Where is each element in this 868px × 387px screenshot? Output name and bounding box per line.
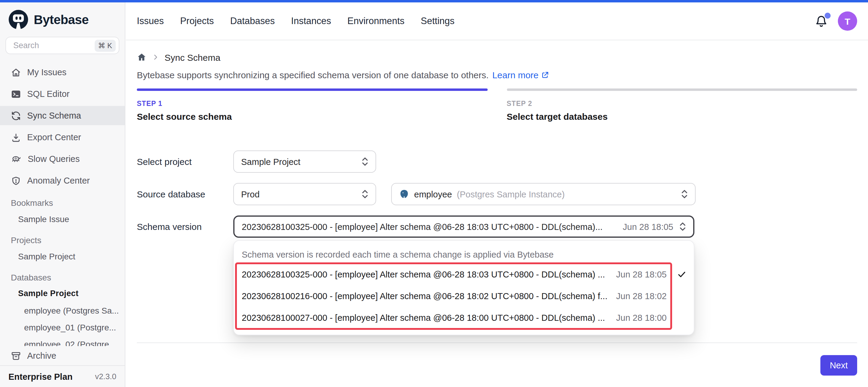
terminal-icon xyxy=(11,89,21,99)
section-title-databases: Databases xyxy=(0,270,125,285)
archive-icon xyxy=(11,351,21,361)
notification-bell-button[interactable] xyxy=(815,15,828,27)
step-2-title: Select target databases xyxy=(507,111,857,123)
sidebar-item-slow-queries[interactable]: Slow Queries xyxy=(0,149,125,169)
learn-more-label: Learn more xyxy=(492,70,538,80)
database-select[interactable]: employee (Postgres Sample Instance) xyxy=(391,183,695,205)
sidebar-item-database-employee-02[interactable]: employee_02 (Postgre... xyxy=(0,336,125,346)
dropdown-hint: Schema version is recorded each time a s… xyxy=(234,246,694,263)
sidebar-item-label: Export Center xyxy=(27,132,81,142)
chevron-right-icon xyxy=(152,54,159,61)
plan-name: Enterprise Plan xyxy=(8,372,73,381)
home-breadcrumb-icon[interactable] xyxy=(137,52,147,62)
sidebar-item-export-center[interactable]: Export Center xyxy=(0,128,125,147)
sidebar-item-databases-project[interactable]: Sample Project xyxy=(0,285,125,302)
sidebar: Bytebase ⌘ K My Issues SQL Editor Sync S… xyxy=(0,2,125,387)
sidebar-item-sample-project[interactable]: Sample Project xyxy=(0,248,125,265)
shield-icon xyxy=(11,175,21,186)
footer-divider xyxy=(137,343,857,343)
schema-version-option-3[interactable]: 20230628100027-000 - [employee] Alter sc… xyxy=(234,307,694,329)
step-1-progress-bar xyxy=(137,89,487,91)
nav-item-instances[interactable]: Instances xyxy=(291,16,331,27)
search-input[interactable] xyxy=(12,40,94,50)
option-text: 20230628100027-000 - [employee] Alter sc… xyxy=(242,313,608,323)
nav-item-databases[interactable]: Databases xyxy=(230,16,275,27)
learn-more-link[interactable]: Learn more xyxy=(492,70,550,80)
breadcrumb: Sync Schema xyxy=(137,50,857,64)
download-icon xyxy=(11,132,21,142)
option-text: 20230628100325-000 - [employee] Alter sc… xyxy=(242,270,608,279)
postgres-icon xyxy=(399,189,409,199)
search-box[interactable]: ⌘ K xyxy=(5,37,119,54)
top-accent-bar xyxy=(0,0,868,2)
plan-bar[interactable]: Enterprise Plan v2.3.0 xyxy=(0,365,125,387)
sidebar-item-database-employee[interactable]: employee (Postgres Sa... xyxy=(0,302,125,319)
page-description: Bytebase supports synchronizing a specif… xyxy=(137,69,857,81)
sidebar-item-archive[interactable]: Archive xyxy=(0,346,125,365)
nav-item-projects[interactable]: Projects xyxy=(180,16,214,27)
logo-wordmark: Bytebase xyxy=(34,12,89,27)
step-1-title: Select source schema xyxy=(137,111,487,123)
sidebar-item-my-issues[interactable]: My Issues xyxy=(0,63,125,82)
sidebar-section-databases: Databases Sample Project employee (Postg… xyxy=(0,270,125,346)
source-database-row: Source database Prod employee (Postgres … xyxy=(137,183,857,205)
step-2[interactable]: STEP 2 Select target databases xyxy=(507,89,857,123)
bytebase-logo-icon xyxy=(8,10,28,30)
schema-version-option-2[interactable]: 20230628100216-000 - [employee] Alter sc… xyxy=(234,285,694,307)
sidebar-section-bookmarks: Bookmarks Sample Issue xyxy=(0,195,125,227)
external-link-icon xyxy=(541,70,550,79)
home-icon xyxy=(11,67,21,77)
schema-version-option-1[interactable]: 20230628100325-000 - [employee] Alter sc… xyxy=(234,263,694,285)
next-button[interactable]: Next xyxy=(820,355,857,376)
select-caret-icon xyxy=(679,221,686,232)
sidebar-item-label: Sync Schema xyxy=(27,111,81,120)
option-time: Jun 28 18:02 xyxy=(616,291,667,301)
select-caret-icon xyxy=(681,189,688,199)
dropdown-options: 20230628100325-000 - [employee] Alter sc… xyxy=(234,263,694,329)
project-select[interactable]: Sample Project xyxy=(233,150,376,173)
step-1[interactable]: STEP 1 Select source schema xyxy=(137,89,487,123)
section-title-bookmarks: Bookmarks xyxy=(0,195,125,211)
source-schema-form: Select project Sample Project Source dat… xyxy=(137,150,857,238)
sidebar-item-label: Slow Queries xyxy=(28,154,80,164)
step-2-progress-bar xyxy=(507,89,857,91)
header-right: T xyxy=(815,11,857,31)
logo[interactable]: Bytebase xyxy=(0,2,125,33)
sidebar-item-label: Anomaly Center xyxy=(27,176,90,185)
sidebar-item-sync-schema[interactable]: Sync Schema xyxy=(0,106,125,125)
app-version: v2.3.0 xyxy=(95,372,116,381)
schema-version-label: Schema version xyxy=(137,221,233,232)
sidebar-item-sql-editor[interactable]: SQL Editor xyxy=(0,84,125,104)
select-project-row: Select project Sample Project xyxy=(137,150,857,173)
option-time: Jun 28 18:05 xyxy=(616,270,667,279)
nav-item-settings[interactable]: Settings xyxy=(421,16,455,27)
sidebar-item-anomaly-center[interactable]: Anomaly Center xyxy=(0,171,125,190)
environment-select[interactable]: Prod xyxy=(233,183,376,205)
schema-version-select[interactable]: 20230628100325-000 - [employee] Alter sc… xyxy=(233,215,694,238)
environment-select-value: Prod xyxy=(241,189,259,199)
sidebar-item-label: Archive xyxy=(27,351,56,360)
nav-item-environments[interactable]: Environments xyxy=(347,16,405,27)
top-nav: Issues Projects Databases Instances Envi… xyxy=(137,16,455,27)
notification-dot xyxy=(825,12,831,19)
sidebar-bottom: Archive Enterprise Plan v2.3.0 xyxy=(0,346,125,387)
option-text: 20230628100216-000 - [employee] Alter sc… xyxy=(242,291,608,301)
sidebar-item-database-employee-01[interactable]: employee_01 (Postgre... xyxy=(0,319,125,336)
selected-check-icon xyxy=(677,270,687,279)
schema-version-row: Schema version 20230628100325-000 - [emp… xyxy=(137,215,857,238)
step-1-label: STEP 1 xyxy=(137,100,487,108)
project-select-value: Sample Project xyxy=(241,157,301,167)
schema-version-dropdown: Schema version is recorded each time a s… xyxy=(233,240,694,335)
avatar[interactable]: T xyxy=(838,11,857,31)
app-window: Bytebase ⌘ K My Issues SQL Editor Sync S… xyxy=(0,0,868,387)
sidebar-item-label: My Issues xyxy=(27,67,67,77)
turtle-icon xyxy=(11,153,22,164)
sidebar-item-sample-issue[interactable]: Sample Issue xyxy=(0,211,125,227)
page-content: Sync Schema Bytebase supports synchroniz… xyxy=(126,40,868,387)
search-shortcut-badge: ⌘ K xyxy=(94,39,116,51)
select-caret-icon xyxy=(362,156,368,167)
stepper: STEP 1 Select source schema STEP 2 Selec… xyxy=(137,89,857,123)
sidebar-item-label: SQL Editor xyxy=(27,89,70,99)
description-text: Bytebase supports synchronizing a specif… xyxy=(137,70,489,80)
nav-item-issues[interactable]: Issues xyxy=(137,16,164,27)
